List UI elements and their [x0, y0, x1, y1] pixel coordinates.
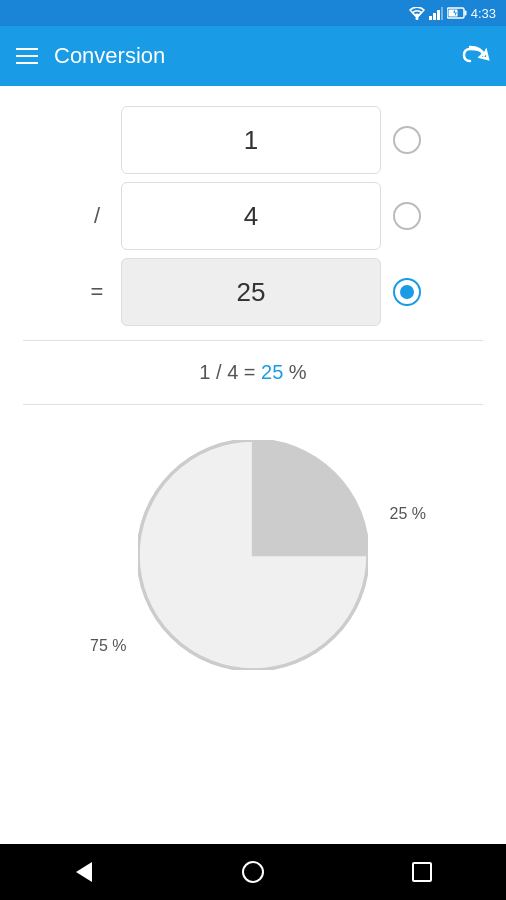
operator-divide: /	[85, 203, 109, 229]
operator-placeholder	[85, 127, 109, 153]
recents-button[interactable]	[402, 852, 442, 892]
home-button[interactable]	[233, 852, 273, 892]
formula-suffix: %	[283, 361, 306, 383]
app-bar: Conversion	[0, 26, 506, 86]
bottom-nav	[0, 844, 506, 900]
status-icons: 4:33	[409, 6, 496, 21]
radio-result[interactable]	[393, 278, 421, 306]
formula-highlight: 25	[261, 361, 283, 383]
undo-icon[interactable]	[462, 41, 490, 72]
svg-point-0	[415, 17, 418, 20]
pie-chart	[138, 440, 368, 670]
status-bar: 4:33	[0, 0, 506, 26]
main-content: 1 / 4 = 25 1 / 4 = 25 %	[0, 86, 506, 705]
input-1[interactable]: 1	[121, 106, 381, 174]
menu-icon[interactable]	[16, 48, 38, 64]
back-button[interactable]	[64, 852, 104, 892]
back-icon	[76, 862, 92, 882]
label-75-percent: 75 %	[90, 637, 126, 655]
svg-rect-6	[464, 11, 466, 16]
home-icon	[242, 861, 264, 883]
svg-rect-1	[429, 16, 432, 20]
input-row-1: 1	[0, 106, 506, 174]
input-2[interactable]: 4	[121, 182, 381, 250]
radio-2[interactable]	[393, 202, 421, 230]
formula-prefix: 1 / 4 =	[199, 361, 261, 383]
wifi-icon	[409, 7, 425, 20]
app-bar-left: Conversion	[16, 43, 165, 69]
battery-icon	[447, 7, 467, 19]
divider-bottom	[23, 404, 483, 405]
recents-icon	[412, 862, 432, 882]
svg-rect-4	[441, 7, 443, 20]
divider-top	[23, 340, 483, 341]
formula-line: 1 / 4 = 25 %	[0, 355, 506, 390]
result-box[interactable]: 25	[121, 258, 381, 326]
input-row-2: / 4	[0, 182, 506, 250]
chart-container: 25 % 75 %	[0, 425, 506, 685]
svg-rect-3	[437, 10, 440, 20]
app-title: Conversion	[54, 43, 165, 69]
operator-equals: =	[85, 279, 109, 305]
input-row-result: = 25	[0, 258, 506, 326]
signal-icon	[429, 7, 443, 20]
label-25-percent: 25 %	[390, 505, 426, 523]
radio-1[interactable]	[393, 126, 421, 154]
status-time: 4:33	[471, 6, 496, 21]
svg-rect-2	[433, 13, 436, 20]
